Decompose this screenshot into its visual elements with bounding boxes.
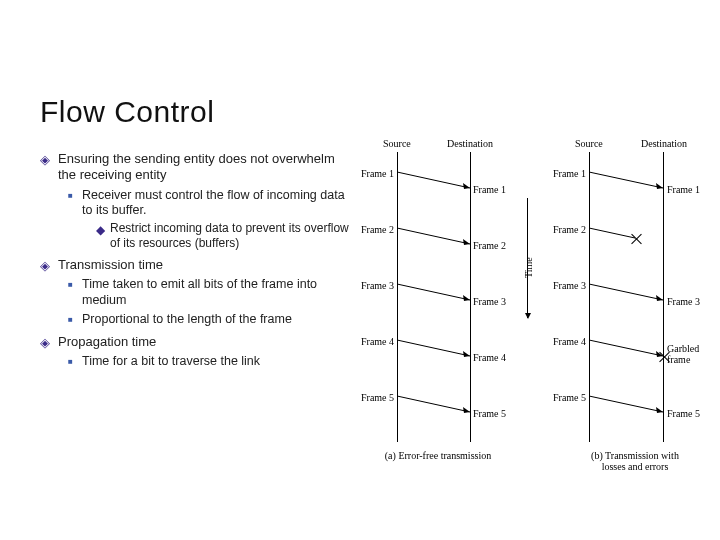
diamond-icon: ◈ <box>40 257 58 273</box>
frame-arrow <box>589 396 663 414</box>
svg-marker-9 <box>463 407 470 413</box>
bullet-list: ◈ Ensuring the sending entity does not o… <box>40 145 355 370</box>
list-item: ◈ Transmission time <box>40 257 355 273</box>
frame-arrow <box>397 172 470 190</box>
svg-line-15 <box>589 340 663 356</box>
label-destination-b: Destination <box>641 138 687 149</box>
frame-label: Frame 3 <box>667 296 700 307</box>
svg-line-17 <box>589 396 663 412</box>
transmission-diagram: Source Destination Source Destination Ti… <box>365 138 713 483</box>
frame-label: Frame 4 <box>473 352 506 363</box>
frame-label: Frame 4 <box>553 336 586 347</box>
list-item: ■ Receiver must control the flow of inco… <box>68 188 355 219</box>
frame-arrow <box>589 172 663 190</box>
svg-line-6 <box>397 340 470 356</box>
frame-label: Frame 2 <box>361 224 394 235</box>
frame-label: Frame 1 <box>473 184 506 195</box>
svg-line-2 <box>397 228 470 244</box>
list-item: ◆ Restrict incoming data to prevent its … <box>96 221 355 251</box>
label-destination-a: Destination <box>447 138 493 149</box>
frame-label: Frame 5 <box>553 392 586 403</box>
caption-a: (a) Error-free transmission <box>373 450 503 461</box>
bullet-text: Proportional to the length of the frame <box>82 312 355 328</box>
bullet-text: Time taken to emit all bits of the frame… <box>82 277 355 308</box>
svg-line-4 <box>397 284 470 300</box>
timeline-dest-a <box>470 152 471 442</box>
frame-label: Frame 3 <box>361 280 394 291</box>
frame-label: Frame 3 <box>553 280 586 291</box>
bullet-text: Transmission time <box>58 257 355 273</box>
square-icon: ■ <box>68 354 82 370</box>
frame-label: Frame 5 <box>361 392 394 403</box>
timeline-dest-b <box>663 152 664 442</box>
list-item: ■ Time for a bit to traverse the link <box>68 354 355 370</box>
svg-line-0 <box>397 172 470 188</box>
svg-marker-18 <box>656 407 663 413</box>
frame-label: Frame 5 <box>667 408 700 419</box>
frame-arrow <box>397 284 470 302</box>
svg-marker-5 <box>463 295 470 301</box>
square-icon: ■ <box>68 312 82 328</box>
cross-garbled-icon <box>657 350 671 364</box>
frame-label: Frame 2 <box>473 240 506 251</box>
frame-label: Frame 5 <box>473 408 506 419</box>
frame-label: Frame 4 <box>361 336 394 347</box>
list-item: ■ Time taken to emit all bits of the fra… <box>68 277 355 308</box>
frame-arrow <box>397 340 470 358</box>
svg-line-13 <box>589 284 663 300</box>
slide-root: Flow Control ◈ Ensuring the sending enti… <box>0 0 720 540</box>
bullet-text: Propagation time <box>58 334 355 350</box>
svg-marker-14 <box>656 295 663 301</box>
svg-marker-1 <box>463 183 470 189</box>
arrowhead-down-icon <box>525 313 531 319</box>
frame-arrow <box>589 340 663 358</box>
garbled-frame-label: Garbled frame <box>667 344 699 365</box>
diamond-icon: ◈ <box>40 151 58 184</box>
cross-lost-icon <box>629 232 643 246</box>
diamond-small-icon: ◆ <box>96 221 110 251</box>
bullet-text: Ensuring the sending entity does not ove… <box>58 151 355 184</box>
frame-arrow <box>397 396 470 414</box>
frame-arrow <box>397 228 470 246</box>
caption-b: (b) Transmission with losses and errors <box>575 450 695 472</box>
svg-line-8 <box>397 396 470 412</box>
frame-label: Frame 1 <box>361 168 394 179</box>
svg-marker-11 <box>656 183 663 189</box>
square-icon: ■ <box>68 188 82 219</box>
frame-label: Frame 2 <box>553 224 586 235</box>
list-item: ◈ Propagation time <box>40 334 355 350</box>
time-axis-label: Time <box>523 257 534 278</box>
slide-title: Flow Control <box>40 95 214 129</box>
bullet-text: Restrict incoming data to prevent its ov… <box>110 221 355 251</box>
bullet-text: Time for a bit to traverse the link <box>82 354 355 370</box>
list-item: ■ Proportional to the length of the fram… <box>68 312 355 328</box>
frame-arrow <box>589 284 663 302</box>
svg-marker-7 <box>463 351 470 357</box>
frame-label: Frame 1 <box>667 184 700 195</box>
list-item: ◈ Ensuring the sending entity does not o… <box>40 151 355 184</box>
diamond-icon: ◈ <box>40 334 58 350</box>
bullet-text: Receiver must control the flow of incomi… <box>82 188 355 219</box>
label-source-a: Source <box>383 138 411 149</box>
frame-label: Frame 3 <box>473 296 506 307</box>
frame-label: Frame 1 <box>553 168 586 179</box>
label-source-b: Source <box>575 138 603 149</box>
svg-line-10 <box>589 172 663 188</box>
square-icon: ■ <box>68 277 82 308</box>
svg-marker-3 <box>463 239 470 245</box>
